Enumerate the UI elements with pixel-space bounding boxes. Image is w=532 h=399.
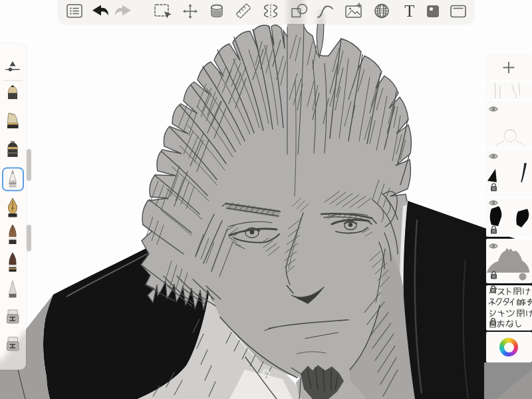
svg-text:T: T <box>404 2 414 20</box>
